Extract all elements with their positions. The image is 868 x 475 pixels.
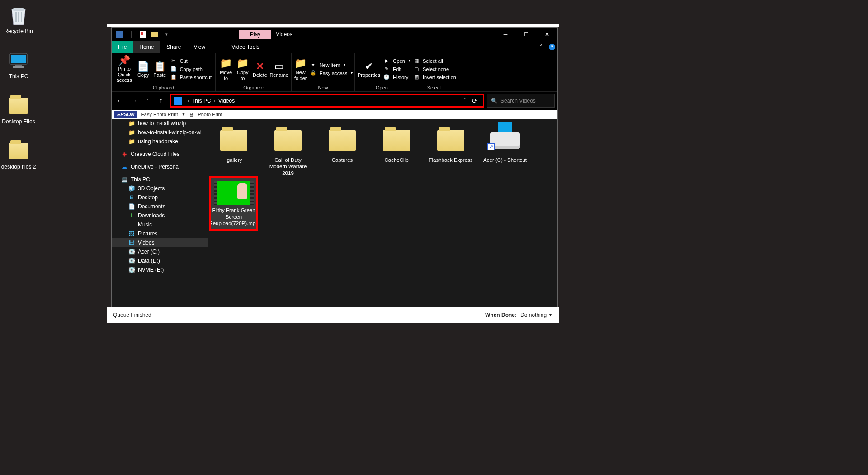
sidebar-item-creative-cloud[interactable]: ◉Creative Cloud Files [112, 150, 208, 159]
edit-button[interactable]: ✎Edit [381, 65, 412, 73]
sidebar-item-videos[interactable]: 🎞Videos [112, 238, 208, 247]
sidebar-item-onedrive[interactable]: ☁OneDrive - Personal [112, 162, 208, 171]
desktop-icon-this-pc[interactable]: This PC [1, 50, 36, 80]
refresh-button[interactable]: ⟳ [469, 97, 480, 104]
share-tab[interactable]: Share [160, 41, 187, 53]
folder-item-captures[interactable]: Captures [320, 126, 365, 176]
file-item-label: Acer (C) - Shortcut [483, 157, 527, 163]
sidebar-item-qa1[interactable]: 📁how to install winzip [112, 119, 208, 128]
shortcut-item-acer-c[interactable]: ↗ Acer (C) - Shortcut [482, 126, 528, 176]
sidebar-item-nvme-e[interactable]: 💽NVME (E:) [112, 265, 208, 274]
desktop-icon-label: desktop files 2 [1, 164, 36, 170]
sidebar-item-qa2[interactable]: 📁how-to-install-winzip-on-wi [112, 128, 208, 137]
folder-item-cacheclip[interactable]: CacheClip [374, 126, 419, 176]
forward-button[interactable]: → [128, 95, 140, 107]
minimize-button[interactable]: ─ [495, 28, 516, 41]
search-box[interactable]: 🔍 Search Videos [487, 94, 555, 108]
sidebar-item-documents[interactable]: 📄Documents [112, 202, 208, 211]
select-all-button[interactable]: ▦Select all [411, 57, 458, 65]
sidebar-item-pictures[interactable]: 🖼Pictures [112, 229, 208, 238]
copy-button[interactable]: 📄Copy [135, 55, 151, 84]
file-tab[interactable]: File [112, 41, 133, 53]
qat-folder-icon[interactable] [150, 29, 160, 39]
new-item-button[interactable]: ✦New item▾ [308, 61, 355, 69]
documents-icon: 📄 [128, 203, 135, 210]
titlebar[interactable]: | ▾ Play Videos ─ ☐ ✕ [112, 28, 557, 41]
sidebar-item-label: 3D Objects [138, 185, 165, 192]
qat-properties-icon[interactable] [138, 29, 148, 39]
delete-button[interactable]: ✕Delete [251, 55, 269, 84]
folder-icon [326, 126, 358, 155]
home-tab[interactable]: Home [133, 41, 160, 53]
folder-item-cod[interactable]: Call of Duty Modern Warfare 2019 [265, 126, 311, 176]
breadcrumb-segment-thispc[interactable]: This PC [192, 98, 211, 104]
help-button[interactable]: ? [547, 41, 557, 53]
sidebar-item-music[interactable]: ♪Music [112, 220, 208, 229]
contextual-tab-play[interactable]: Play [239, 30, 271, 39]
up-button[interactable]: ↑ [155, 95, 167, 107]
when-done-dropdown[interactable]: Do nothing ▼ [520, 312, 552, 318]
folder-item-gallery[interactable]: .gallery [211, 126, 256, 176]
epson-toolbar: EPSON Easy Photo Print ▼ 🖨 Photo Print [112, 110, 557, 119]
sidebar-item-qa3[interactable]: 📁using handbrake [112, 137, 208, 146]
easy-access-icon: 🔓 [310, 70, 317, 76]
sidebar-item-desktop[interactable]: 🖥Desktop [112, 193, 208, 202]
address-dropdown-button[interactable]: ˅ [461, 98, 469, 104]
video-item-filthy-frank[interactable]: Filthy Frank Green Screen Reupload(720P)… [211, 178, 256, 229]
system-menu-icon[interactable] [114, 29, 124, 39]
cut-button[interactable]: ✂Cut [168, 57, 213, 65]
view-tab[interactable]: View [187, 41, 212, 53]
sidebar-item-label: Downloads [138, 212, 165, 219]
qat-dropdown-icon[interactable]: ▾ [161, 29, 171, 39]
epson-photo-print[interactable]: Photo Print [198, 112, 222, 117]
svg-rect-2 [18, 12, 19, 22]
breadcrumb-segment-videos[interactable]: Videos [218, 98, 235, 104]
sidebar-item-label: Music [138, 221, 152, 228]
ribbon-button-label: Move to [218, 70, 233, 81]
collapse-ribbon-button[interactable]: ˄ [536, 41, 547, 53]
downloads-icon: ⬇ [128, 212, 135, 219]
video-tools-tab[interactable]: Video Tools [225, 41, 266, 53]
folder-item-flashback[interactable]: Flashback Express [428, 126, 473, 176]
ribbon-button-label: Copy path [180, 66, 203, 72]
rename-button[interactable]: ▭Rename [269, 55, 289, 84]
folder-icon [8, 95, 29, 117]
svg-rect-10 [141, 32, 143, 35]
queue-status-text: Queue Finished [113, 312, 151, 318]
easy-access-button[interactable]: 🔓Easy access▾ [308, 69, 355, 77]
sidebar-item-3d-objects[interactable]: 🧊3D Objects [112, 184, 208, 193]
dropdown-icon[interactable]: ▼ [181, 112, 185, 117]
navigation-pane[interactable]: 📁how to install winzip 📁how-to-install-w… [112, 119, 208, 313]
paste-shortcut-button[interactable]: 📋Paste shortcut [168, 73, 213, 81]
address-bar[interactable]: › This PC › Videos ˅ ⟳ [170, 94, 484, 108]
back-button[interactable]: ← [114, 95, 126, 107]
new-folder-button[interactable]: 📁New folder [293, 55, 308, 84]
copy-path-button[interactable]: 📄Copy path [168, 65, 213, 73]
folder-icon [381, 126, 412, 155]
maximize-button[interactable]: ☐ [516, 28, 537, 41]
copy-to-button[interactable]: 📁Copy to [234, 55, 251, 84]
properties-button[interactable]: ✔Properties [357, 55, 381, 84]
recent-locations-button[interactable]: ˅ [142, 95, 153, 107]
sidebar-item-this-pc[interactable]: 💻This PC [112, 175, 208, 184]
paste-button[interactable]: 📋Paste [151, 55, 168, 84]
invert-selection-button[interactable]: ▨Invert selection [411, 73, 458, 81]
open-button[interactable]: ▶Open▾ [381, 57, 412, 65]
desktop-icon-recycle-bin[interactable]: Recycle Bin [1, 5, 36, 34]
file-list[interactable]: .gallery Call of Duty Modern Warfare 201… [208, 119, 557, 313]
video-thumbnail [214, 181, 254, 205]
sidebar-item-acer-c[interactable]: 💽Acer (C:) [112, 247, 208, 256]
epson-photo-print-icon: 🖨 [189, 112, 194, 117]
select-none-button[interactable]: ▢Select none [411, 65, 458, 73]
sidebar-item-label: how-to-install-winzip-on-wi [138, 129, 202, 136]
sidebar-item-downloads[interactable]: ⬇Downloads [112, 211, 208, 220]
desktop-icon-desktop-files[interactable]: Desktop FIles [1, 95, 36, 125]
move-to-button[interactable]: 📁Move to [217, 55, 234, 84]
close-button[interactable]: ✕ [537, 28, 557, 41]
pin-quick-access-button[interactable]: 📌Pin to Quick access [113, 55, 135, 84]
desktop-icon-desktop-files-2[interactable]: desktop files 2 [1, 140, 36, 170]
sidebar-item-label: Desktop [138, 194, 158, 201]
history-button[interactable]: 🕘History [381, 73, 412, 81]
sidebar-item-data-d[interactable]: 💽Data (D:) [112, 256, 208, 265]
epson-easy-photo-print[interactable]: Easy Photo Print [141, 112, 178, 117]
